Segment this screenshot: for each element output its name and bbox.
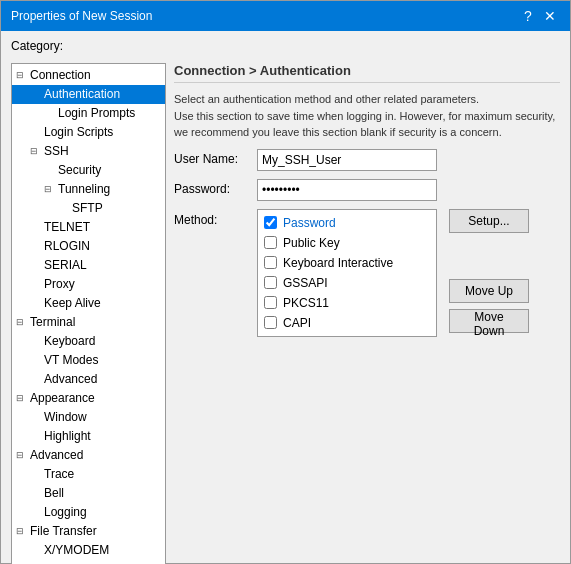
method-item-pkcs11[interactable]: PKCS11 bbox=[264, 294, 430, 312]
tree-label-terminal: Terminal bbox=[30, 314, 75, 331]
method-item-password[interactable]: Password bbox=[264, 214, 430, 232]
tree-label-keyboard: Keyboard bbox=[44, 333, 95, 350]
method-checkbox-public-key[interactable] bbox=[264, 236, 277, 249]
tree-item-keyboard[interactable]: Keyboard bbox=[12, 332, 165, 351]
tree-item-ssh[interactable]: ⊟SSH bbox=[12, 142, 165, 161]
tree-label-tunneling: Tunneling bbox=[58, 181, 110, 198]
method-item-public-key[interactable]: Public Key bbox=[264, 234, 430, 252]
setup-button[interactable]: Setup... bbox=[449, 209, 529, 233]
tree-item-telnet[interactable]: TELNET bbox=[12, 218, 165, 237]
tree-item-serial[interactable]: SERIAL bbox=[12, 256, 165, 275]
help-button[interactable]: ? bbox=[518, 7, 538, 25]
expand-icon-appearance: ⊟ bbox=[16, 390, 30, 407]
tree-item-login-scripts[interactable]: Login Scripts bbox=[12, 123, 165, 142]
tree-item-logging[interactable]: Logging bbox=[12, 503, 165, 522]
method-checkbox-gssapi[interactable] bbox=[264, 276, 277, 289]
tree-item-advanced[interactable]: Advanced bbox=[12, 370, 165, 389]
dialog-title: Properties of New Session bbox=[11, 9, 152, 23]
expand-icon-terminal: ⊟ bbox=[16, 314, 30, 331]
tree-label-serial: SERIAL bbox=[44, 257, 87, 274]
tree-label-window: Window bbox=[44, 409, 87, 426]
expand-icon-tunneling: ⊟ bbox=[44, 181, 58, 198]
method-item-keyboard-interactive[interactable]: Keyboard Interactive bbox=[264, 254, 430, 272]
tree-label-appearance: Appearance bbox=[30, 390, 95, 407]
method-list: PasswordPublic KeyKeyboard InteractiveGS… bbox=[257, 209, 437, 337]
tree-item-sftp[interactable]: SFTP bbox=[12, 199, 165, 218]
title-bar: Properties of New Session ? ✕ bbox=[1, 1, 570, 31]
tree-label-xymodem: X/YMODEM bbox=[44, 542, 109, 559]
method-label-capi: CAPI bbox=[283, 314, 311, 332]
tree-item-window[interactable]: Window bbox=[12, 408, 165, 427]
move-down-button[interactable]: Move Down bbox=[449, 309, 529, 333]
tree-item-connection[interactable]: ⊟Connection bbox=[12, 66, 165, 85]
tree-item-advanced2[interactable]: ⊟Advanced bbox=[12, 446, 165, 465]
category-label: Category: bbox=[11, 39, 560, 53]
tree-label-security: Security bbox=[58, 162, 101, 179]
move-up-button[interactable]: Move Up bbox=[449, 279, 529, 303]
tree-label-login-prompts: Login Prompts bbox=[58, 105, 135, 122]
expand-icon-ssh: ⊟ bbox=[30, 143, 44, 160]
tree-label-telnet: TELNET bbox=[44, 219, 90, 236]
method-item-capi[interactable]: CAPI bbox=[264, 314, 430, 332]
tree-label-bell: Bell bbox=[44, 485, 64, 502]
tree-label-file-transfer: File Transfer bbox=[30, 523, 97, 540]
tree-label-vt-modes: VT Modes bbox=[44, 352, 98, 369]
dialog-body: Category: ⊟ConnectionAuthenticationLogin… bbox=[1, 31, 570, 564]
tree-label-ssh: SSH bbox=[44, 143, 69, 160]
method-checkbox-pkcs11[interactable] bbox=[264, 296, 277, 309]
dialog: Properties of New Session ? ✕ Category: … bbox=[0, 0, 571, 564]
panel-description: Select an authentication method and othe… bbox=[174, 91, 560, 141]
tree-label-keepalive: Keep Alive bbox=[44, 295, 101, 312]
expand-icon-file-transfer: ⊟ bbox=[16, 523, 30, 540]
tree-item-xymodem[interactable]: X/YMODEM bbox=[12, 541, 165, 560]
password-row: Password: bbox=[174, 179, 560, 201]
tree-label-rlogin: RLOGIN bbox=[44, 238, 90, 255]
method-label: Method: bbox=[174, 209, 249, 227]
method-checkbox-keyboard-interactive[interactable] bbox=[264, 256, 277, 269]
tree-label-advanced2: Advanced bbox=[30, 447, 83, 464]
method-label-password: Password bbox=[283, 214, 336, 232]
tree-item-appearance[interactable]: ⊟Appearance bbox=[12, 389, 165, 408]
tree-item-bell[interactable]: Bell bbox=[12, 484, 165, 503]
close-button[interactable]: ✕ bbox=[540, 7, 560, 25]
main-content: ⊟ConnectionAuthenticationLogin PromptsLo… bbox=[11, 63, 560, 564]
expand-icon-connection: ⊟ bbox=[16, 67, 30, 84]
tree-item-vt-modes[interactable]: VT Modes bbox=[12, 351, 165, 370]
panel-header: Connection > Authentication bbox=[174, 63, 560, 83]
method-label-public-key: Public Key bbox=[283, 234, 340, 252]
username-row: User Name: bbox=[174, 149, 560, 171]
tree-item-login-prompts[interactable]: Login Prompts bbox=[12, 104, 165, 123]
tree-item-zmodem[interactable]: ZMODEM bbox=[12, 560, 165, 564]
tree-item-security[interactable]: Security bbox=[12, 161, 165, 180]
tree-label-highlight: Highlight bbox=[44, 428, 91, 445]
username-label: User Name: bbox=[174, 149, 249, 166]
method-buttons: Setup... Move Up Move Down bbox=[449, 209, 529, 333]
tree-panel[interactable]: ⊟ConnectionAuthenticationLogin PromptsLo… bbox=[11, 63, 166, 564]
method-label-keyboard-interactive: Keyboard Interactive bbox=[283, 254, 393, 272]
username-input[interactable] bbox=[257, 149, 437, 171]
tree-item-keepalive[interactable]: Keep Alive bbox=[12, 294, 165, 313]
tree-label-sftp: SFTP bbox=[72, 200, 103, 217]
tree-label-proxy: Proxy bbox=[44, 276, 75, 293]
method-item-gssapi[interactable]: GSSAPI bbox=[264, 274, 430, 292]
method-checkbox-capi[interactable] bbox=[264, 316, 277, 329]
form-area: User Name: Password: Method: PasswordPub… bbox=[174, 149, 560, 565]
title-controls: ? ✕ bbox=[518, 7, 560, 25]
tree-item-trace[interactable]: Trace bbox=[12, 465, 165, 484]
tree-item-highlight[interactable]: Highlight bbox=[12, 427, 165, 446]
password-label: Password: bbox=[174, 179, 249, 196]
method-checkbox-password[interactable] bbox=[264, 216, 277, 229]
tree-item-terminal[interactable]: ⊟Terminal bbox=[12, 313, 165, 332]
method-label-gssapi: GSSAPI bbox=[283, 274, 328, 292]
tree-item-proxy[interactable]: Proxy bbox=[12, 275, 165, 294]
method-label-pkcs11: PKCS11 bbox=[283, 294, 329, 312]
tree-item-tunneling[interactable]: ⊟Tunneling bbox=[12, 180, 165, 199]
password-input[interactable] bbox=[257, 179, 437, 201]
tree-label-connection: Connection bbox=[30, 67, 91, 84]
tree-item-authentication[interactable]: Authentication bbox=[12, 85, 165, 104]
method-area: Method: PasswordPublic KeyKeyboard Inter… bbox=[174, 209, 560, 337]
tree-label-login-scripts: Login Scripts bbox=[44, 124, 113, 141]
tree-label-logging: Logging bbox=[44, 504, 87, 521]
tree-item-rlogin[interactable]: RLOGIN bbox=[12, 237, 165, 256]
tree-item-file-transfer[interactable]: ⊟File Transfer bbox=[12, 522, 165, 541]
